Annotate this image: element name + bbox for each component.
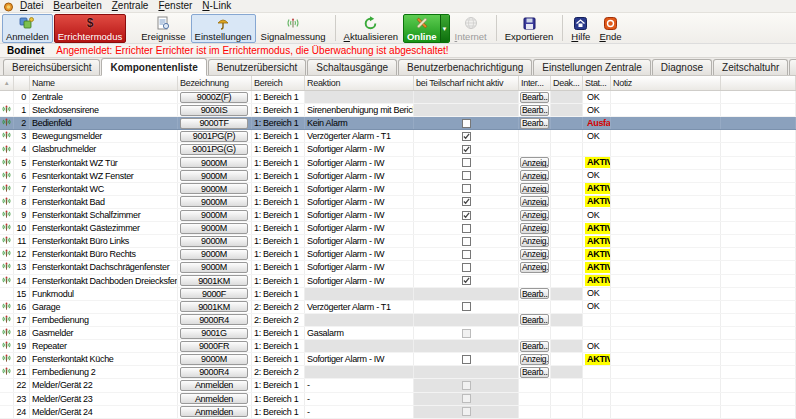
menu-item-nlink[interactable]: N-Link	[197, 0, 236, 11]
tab-einstellungen-zentrale[interactable]: Einstellungen Zentrale	[533, 59, 651, 75]
bezeichnung-button[interactable]: 9001PG(P)	[180, 131, 248, 142]
table-row[interactable]: 19Repeater9000FR1: Bereich 1Bearb...OK	[0, 340, 796, 353]
intern-button[interactable]: Anzeig...	[520, 183, 549, 194]
bezeichnung-button[interactable]: 9001G	[180, 328, 248, 339]
table-row[interactable]: 15Funkmodul9000F1: Bereich 1Bearb...OK	[0, 288, 796, 301]
tab-schaltausg-nge[interactable]: Schaltausgänge	[307, 59, 397, 75]
intern-button[interactable]: Anzeig...	[520, 196, 549, 207]
column-header-Stat...[interactable]: Stat...	[583, 76, 611, 90]
intern-button[interactable]: Bearb...	[520, 92, 549, 103]
einstellungen-button[interactable]: Einstellungen	[191, 14, 256, 43]
bezeichnung-button[interactable]: 9000M	[180, 236, 248, 247]
column-header-Bereich[interactable]: Bereich	[252, 76, 305, 90]
tab--bertragungsger-te[interactable]: Übertragungsgeräte	[789, 59, 796, 75]
column-header-Name[interactable]: Name	[30, 76, 178, 90]
column-header-Notiz[interactable]: Notiz	[611, 76, 721, 90]
bezeichnung-button[interactable]: 9000M	[180, 210, 248, 221]
table-row[interactable]: 0Zentrale9000Z(F)1: Bereich 1Bearb...OK	[0, 91, 796, 104]
bezeichnung-button[interactable]: 9000M	[180, 157, 248, 168]
bezeichnung-button[interactable]: 9001KM	[180, 301, 248, 312]
table-row[interactable]: 11Fensterkontakt Büro Links9000M1: Berei…	[0, 235, 796, 248]
intern-button[interactable]: Anzeig...	[520, 223, 549, 234]
bezeichnung-button[interactable]: 9000M	[180, 354, 248, 365]
bezeichnung-button[interactable]: 9000Z(F)	[180, 92, 248, 103]
online-dropdown-arrow-icon[interactable]: ▼	[440, 15, 449, 42]
tab-benutzer-bersicht[interactable]: Benutzerübersicht	[208, 59, 307, 75]
signalmessung-button[interactable]: Signalmessung	[257, 14, 330, 43]
menu-item-bearbeiten[interactable]: Bearbeiten	[48, 0, 106, 11]
column-header-bei Teilscharf nicht aktiv[interactable]: bei Teilscharf nicht aktiv	[414, 76, 519, 90]
bezeichnung-button[interactable]: 9001KM	[180, 275, 248, 286]
teilscharf-checkbox[interactable]	[462, 211, 471, 220]
ereignisse-button[interactable]: Ereignisse	[137, 14, 189, 43]
table-row[interactable]: 7Fensterkontakt WC9000M1: Bereich 1Sofor…	[0, 183, 796, 196]
teilscharf-checkbox[interactable]	[462, 302, 471, 311]
intern-button[interactable]: Anzeig...	[520, 249, 549, 260]
sort-indicator-column-header[interactable]: ▲	[0, 76, 14, 90]
intern-button[interactable]: Anzeig...	[520, 354, 549, 365]
teilscharf-checkbox[interactable]	[462, 184, 471, 193]
intern-button[interactable]: Bearb...	[520, 314, 549, 325]
table-row[interactable]: 17Fernbedienung9000R42: Bereich 2Bearb..…	[0, 314, 796, 327]
column-header-blank[interactable]	[721, 76, 796, 90]
table-row[interactable]: 13Fensterkontakt Dachschrägenfenster9000…	[0, 261, 796, 274]
column-header-blank[interactable]	[14, 76, 30, 90]
bezeichnung-button[interactable]: 9000F	[180, 288, 248, 299]
table-row[interactable]: 14Fensterkontakt Dachboden Dreiecksfenst…	[0, 275, 796, 288]
bezeichnung-button[interactable]: Anmelden	[180, 380, 248, 391]
bezeichnung-button[interactable]: 9001PG(G)	[180, 144, 248, 155]
anmelden-button[interactable]: Anmelden	[2, 14, 53, 43]
teilscharf-checkbox[interactable]	[462, 132, 471, 141]
menu-item-fenster[interactable]: Fenster	[153, 0, 197, 11]
tab-komponentenliste[interactable]: Komponentenliste	[101, 58, 206, 76]
table-row[interactable]: 6Fesnterkontakt WZ Fenster9000M1: Bereic…	[0, 170, 796, 183]
teilscharf-checkbox[interactable]	[462, 250, 471, 259]
column-header-Inter...[interactable]: Inter...	[519, 76, 551, 90]
table-row[interactable]: 12Fensterkontakt Büro Rechts9000M1: Bere…	[0, 248, 796, 261]
bezeichnung-button[interactable]: 9000FR	[180, 341, 248, 352]
bezeichnung-button[interactable]: 9000M	[180, 196, 248, 207]
column-header-Reaktion[interactable]: Reaktion	[305, 76, 414, 90]
menu-item-zentrale[interactable]: Zentrale	[107, 0, 154, 11]
intern-button[interactable]: Anzeig...	[520, 170, 549, 181]
bezeichnung-button[interactable]: 9000R4	[180, 314, 248, 325]
online-button[interactable]: Online▼	[403, 14, 450, 43]
tab-zeitschaltuhr[interactable]: Zeitschaltuhr	[713, 59, 788, 75]
intern-button[interactable]: Bearb...	[520, 288, 549, 299]
intern-button[interactable]: Bearb...	[520, 341, 549, 352]
bezeichnung-button[interactable]: 9000M	[180, 262, 248, 273]
exportieren-button[interactable]: Exportieren	[501, 14, 558, 43]
bezeichnung-button[interactable]: 9000M	[180, 183, 248, 194]
table-row[interactable]: 10Fensterkontakt Gästezimmer9000M1: Bere…	[0, 222, 796, 235]
bezeichnung-button[interactable]: 9000IS	[180, 105, 248, 116]
intern-button[interactable]: Anzeig...	[520, 236, 549, 247]
tab-bereichs-bersicht[interactable]: Bereichsübersicht	[3, 59, 100, 75]
table-row[interactable]: 3Bewegungsmelder9001PG(P)1: Bereich 1Ver…	[0, 130, 796, 143]
teilscharf-checkbox[interactable]	[462, 276, 471, 285]
table-row[interactable]: 22Melder/Gerät 22Anmelden1: Bereich 1-	[0, 379, 796, 392]
table-row[interactable]: 20Fensterkontakt Küche9000M1: Bereich 1S…	[0, 353, 796, 366]
ende-button[interactable]: Ende	[595, 14, 625, 43]
intern-button[interactable]: Bearb...	[520, 105, 549, 116]
teilscharf-checkbox[interactable]	[462, 355, 471, 364]
bezeichnung-button[interactable]: 9000R4	[180, 367, 248, 378]
table-row[interactable]: 9Fensterkontakt Schalfzimmer9000M1: Bere…	[0, 209, 796, 222]
table-row[interactable]: 2Bedienfeld9000TF1: Bereich 1Kein AlarmB…	[0, 117, 796, 130]
tab-benutzerbenachrichtigung[interactable]: Benutzerbenachrichtigung	[398, 59, 532, 75]
tab-diagnose[interactable]: Diagnose	[652, 59, 712, 75]
table-row[interactable]: 1Steckdosensirene9000IS1: Bereich 1Siren…	[0, 104, 796, 117]
intern-button[interactable]: Bearb...	[520, 118, 549, 129]
bezeichnung-button[interactable]: 9000M	[180, 223, 248, 234]
bezeichnung-button[interactable]: 9000TF	[180, 118, 248, 129]
teilscharf-checkbox[interactable]	[462, 237, 471, 246]
bezeichnung-button[interactable]: 9000M	[180, 249, 248, 260]
teilscharf-checkbox[interactable]	[462, 119, 471, 128]
column-header-Bezeichnung[interactable]: Bezeichnung	[178, 76, 252, 90]
table-row[interactable]: 8Fensterkontakt Bad9000M1: Bereich 1Sofo…	[0, 196, 796, 209]
bezeichnung-button[interactable]: 9000M	[180, 170, 248, 181]
table-row[interactable]: 21Fernbedienung 29000R42: Bereich 2Bearb…	[0, 366, 796, 379]
menu-item-datei[interactable]: Datei	[15, 0, 48, 11]
intern-button[interactable]: Anzeig...	[520, 262, 549, 273]
teilscharf-checkbox[interactable]	[462, 263, 471, 272]
hilfe-button[interactable]: Hilfe	[567, 14, 594, 43]
